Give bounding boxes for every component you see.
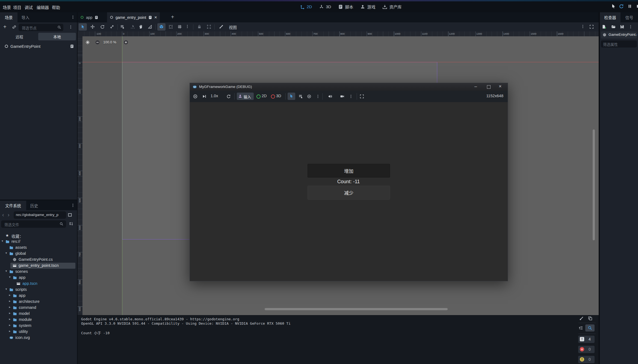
scale-tool-button[interactable]	[110, 25, 114, 29]
filter-nodes-input[interactable]: 筛选节点	[19, 24, 63, 31]
dock-tab-inspector[interactable]: 检查器	[600, 12, 621, 22]
new-resource-button[interactable]	[602, 25, 606, 29]
zoom-out-button[interactable]	[95, 40, 100, 45]
menu-project[interactable]: 项目	[11, 3, 23, 11]
menu-scene[interactable]: 场景	[1, 3, 13, 11]
reset-speed-button[interactable]	[226, 94, 231, 99]
move-tool-button[interactable]	[90, 25, 95, 29]
scene-tab-game-entry-point[interactable]: game_entry_point ×	[107, 12, 160, 22]
close-tab-icon[interactable]: ×	[154, 15, 157, 20]
load-resource-button[interactable]	[611, 25, 616, 29]
workspace-3d[interactable]: 3D	[319, 4, 331, 10]
workspace-game[interactable]: 游戏	[360, 4, 375, 10]
stop-game-button[interactable]	[636, 4, 638, 9]
chevron-down-icon[interactable]: ▾	[9, 275, 11, 279]
suspend-button[interactable]	[193, 94, 197, 99]
select-tool-button[interactable]	[79, 23, 87, 31]
add-node-button[interactable]: +	[3, 24, 7, 29]
script-icon[interactable]	[148, 16, 152, 19]
output-panel-divider[interactable]	[77, 315, 599, 315]
3d-mode-button[interactable]: 3D	[276, 94, 281, 98]
current-path-field[interactable]: res://global/game_entry_p	[14, 211, 66, 219]
dock-tab-import[interactable]: 导入	[17, 12, 33, 22]
show-grid-button[interactable]	[178, 25, 182, 29]
chevron-down-icon[interactable]: ▾	[5, 287, 7, 291]
group-object-button[interactable]	[207, 25, 211, 29]
tree-row-scripts[interactable]: ▾ scripts	[0, 287, 77, 293]
clear-output-button[interactable]	[579, 316, 584, 321]
chevron-right-icon[interactable]: ▸	[9, 293, 11, 297]
nav-back-button[interactable]: ‹	[2, 212, 4, 217]
decrease-button[interactable]: 减少	[308, 186, 390, 200]
workspace-assetlib[interactable]: 资产库	[382, 4, 401, 10]
dock-tab-history[interactable]: 历史	[27, 201, 41, 210]
filter-properties-input[interactable]: 筛选属性	[601, 40, 637, 48]
game-list-select-button[interactable]	[299, 94, 303, 99]
edited-object-row[interactable]: GameEntryPoint.cs	[601, 31, 637, 39]
errors-count-badge[interactable]: × 0	[578, 346, 595, 353]
vertical-scrollbar[interactable]	[593, 129, 595, 240]
right-dock-divider[interactable]	[599, 12, 600, 364]
zoom-in-button[interactable]	[123, 40, 128, 45]
input-mode-button[interactable]: 输入	[237, 93, 254, 100]
canvas-toolbar-menu[interactable]	[581, 25, 585, 28]
dock-tab-signals[interactable]: 信号	[623, 12, 636, 22]
movie-mode-button[interactable]	[340, 94, 344, 99]
embed-fullscreen-button[interactable]	[360, 94, 364, 99]
workspace-2d[interactable]: 2D	[300, 4, 312, 10]
tree-row-global[interactable]: ▾ global	[0, 251, 77, 257]
chevron-down-icon[interactable]: ▾	[2, 239, 3, 243]
tree-row-architecture[interactable]: ▸ architecture	[0, 299, 77, 305]
game-debug-window[interactable]: MyGFrameworkGame (DEBUG) – × 1.0x 输入	[190, 83, 508, 281]
restart-game-button[interactable]	[619, 4, 624, 9]
snap-to-node-button[interactable]	[131, 25, 135, 29]
distraction-free-button[interactable]	[589, 25, 594, 29]
tab-overflow-menu[interactable]	[71, 15, 75, 19]
dock-tab-scene[interactable]: 场景	[0, 12, 17, 22]
camera-override-button[interactable]	[307, 94, 311, 99]
tree-row-icon-svg[interactable]: icon.svg	[0, 335, 77, 341]
scene-dock-menu[interactable]	[69, 25, 73, 29]
speed-selector[interactable]: 1.0x	[211, 94, 218, 98]
chevron-right-icon[interactable]: ▸	[9, 323, 11, 327]
pause-game-button[interactable]	[627, 4, 632, 9]
tree-row-gameentrypoint-cs[interactable]: GameEntryPoint.cs	[0, 257, 77, 263]
chevron-right-icon[interactable]: ▸	[9, 317, 11, 321]
next-frame-button[interactable]	[202, 94, 206, 99]
grid-snap-button[interactable]	[169, 25, 173, 29]
script-icon[interactable]	[94, 16, 98, 19]
pan-tool-button[interactable]	[138, 25, 143, 29]
menu-help[interactable]: 帮助	[50, 3, 62, 11]
chevron-right-icon[interactable]: ▸	[9, 305, 11, 309]
messages-count-badge[interactable]: ! 4	[578, 336, 595, 343]
tree-row-game-entry-point-tscn[interactable]: game_entry_point.tscn	[0, 263, 77, 269]
canvas-2d[interactable]: 100.0 % MyGFrameworkGame (DEBUG) – × 1.0…	[82, 36, 599, 315]
menu-editor[interactable]: 编辑器	[35, 3, 51, 11]
game-select-tool-button[interactable]	[288, 93, 295, 100]
close-button[interactable]: ×	[499, 84, 502, 89]
smart-snap-button[interactable]	[157, 23, 166, 31]
inspector-menu[interactable]	[629, 25, 633, 29]
tree-row-scripts-app[interactable]: ▸ app	[0, 293, 77, 299]
skeleton-options-button[interactable]	[219, 25, 223, 29]
lock-object-button[interactable]	[197, 25, 202, 29]
scene-tree-root-row[interactable]: GameEntryPoint	[0, 43, 77, 50]
save-resource-button[interactable]	[620, 25, 624, 29]
tree-row-res[interactable]: ▾ res://	[0, 239, 77, 245]
mute-audio-button[interactable]	[328, 94, 332, 99]
warnings-count-badge[interactable]: ! 0	[578, 356, 595, 363]
ruler-tool-button[interactable]	[148, 25, 152, 29]
remote-toggle-button[interactable]: 远程	[1, 33, 38, 40]
game-window-menu[interactable]	[349, 94, 353, 98]
rotate-tool-button[interactable]	[100, 25, 105, 29]
chevron-right-icon[interactable]: ▸	[9, 329, 11, 333]
collapse-messages-button[interactable]	[579, 326, 583, 330]
view-menu-button[interactable]: 视图	[229, 24, 237, 30]
tree-row-system[interactable]: ▸ system	[0, 323, 77, 329]
chevron-right-icon[interactable]: ▸	[9, 311, 11, 315]
2d-mode-button[interactable]: 2D	[262, 94, 267, 98]
menu-debug[interactable]: 调试	[23, 3, 34, 11]
favorites-row[interactable]: ★ 收藏：	[0, 233, 77, 239]
filesystem-dock-menu[interactable]	[71, 203, 75, 207]
left-dock-divider[interactable]	[77, 12, 78, 364]
